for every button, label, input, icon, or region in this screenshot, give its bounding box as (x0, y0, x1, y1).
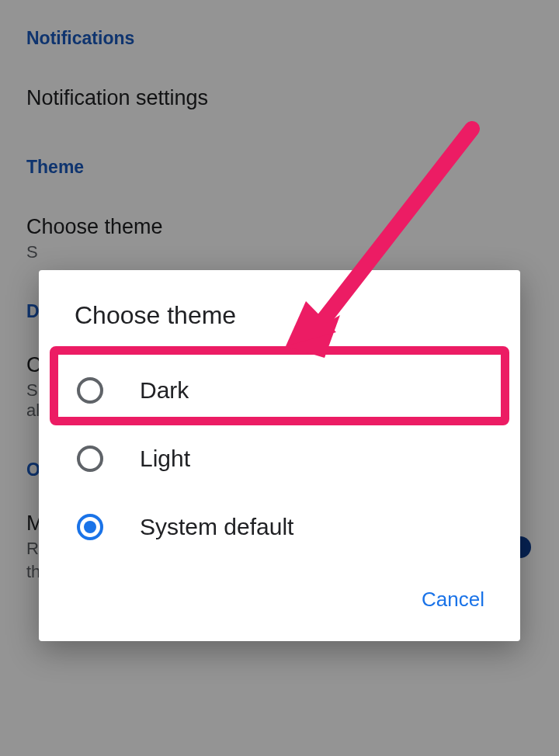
theme-option-system-default[interactable]: System default (61, 493, 498, 561)
svg-point-1 (78, 447, 102, 470)
radio-unchecked-icon (75, 375, 106, 406)
theme-option-dark[interactable]: Dark (61, 356, 498, 425)
radio-checked-icon (75, 512, 106, 543)
svg-point-0 (78, 379, 102, 402)
theme-option-label: Light (140, 446, 190, 472)
svg-point-3 (84, 521, 96, 533)
choose-theme-dialog: Choose theme Dark Light System default C… (39, 270, 520, 641)
cancel-button[interactable]: Cancel (408, 580, 498, 619)
theme-option-label: System default (140, 514, 293, 540)
theme-option-light[interactable]: Light (61, 425, 498, 493)
dialog-title: Choose theme (61, 301, 498, 330)
theme-option-label: Dark (140, 377, 189, 404)
radio-unchecked-icon (75, 443, 106, 474)
